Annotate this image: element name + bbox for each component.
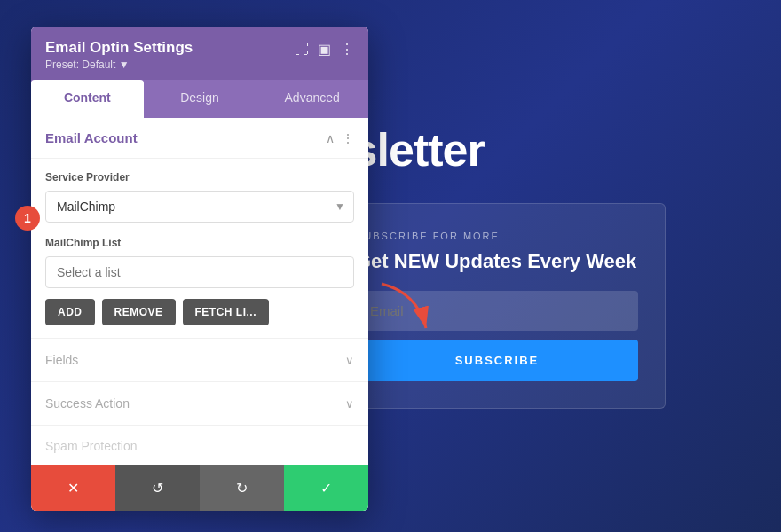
step-badge: 1	[15, 206, 40, 231]
panel-tabs: Content Design Advanced	[31, 80, 368, 118]
tab-advanced[interactable]: Advanced	[256, 80, 368, 118]
fullscreen-icon[interactable]: ⛶	[295, 42, 309, 58]
save-button[interactable]: ✓	[284, 466, 368, 511]
spam-protection-section: Spam Protection	[31, 426, 368, 466]
tab-design[interactable]: Design	[144, 80, 256, 118]
success-action-section[interactable]: Success Action ∨	[31, 382, 368, 426]
subscribe-heading: Get NEW Updates Every Week	[356, 250, 638, 273]
section-header-icons: ∧ ⋮	[326, 131, 354, 145]
panel-footer: ✕ ↺ ↻ ✓	[31, 466, 368, 511]
email-input[interactable]	[356, 291, 638, 331]
service-provider-select[interactable]: MailChimp	[45, 191, 354, 223]
panel-title-area: Email Optin Settings Preset: Default ▼	[45, 39, 193, 71]
tab-content[interactable]: Content	[31, 80, 144, 118]
service-provider-label: Service Provider	[45, 171, 354, 184]
success-action-chevron-icon: ∨	[345, 397, 354, 411]
remove-button[interactable]: REMOVE	[102, 299, 176, 325]
spam-protection-text: Spam Protection	[45, 439, 138, 453]
subscribe-for-more-label: SUBSCRIBE FOR MORE	[356, 231, 638, 241]
mailchimp-list-label: MailChimp List	[45, 237, 354, 249]
fields-chevron-icon: ∨	[345, 354, 354, 367]
panel-title: Email Optin Settings	[45, 39, 193, 57]
panel-header: Email Optin Settings Preset: Default ▼ ⛶…	[31, 27, 368, 80]
fields-section[interactable]: Fields ∨	[31, 339, 368, 382]
panel-body: Email Account ∧ ⋮ Service Provider MailC…	[31, 118, 368, 466]
fetch-list-button[interactable]: FETCH LI...	[183, 299, 270, 325]
settings-panel: Email Optin Settings Preset: Default ▼ ⛶…	[31, 27, 368, 511]
panel-header-icons: ⛶ ▣ ⋮	[295, 41, 354, 58]
success-action-title: Success Action	[45, 396, 130, 411]
service-provider-wrapper: MailChimp ▼	[45, 191, 354, 223]
more-icon[interactable]: ⋮	[340, 41, 354, 58]
add-button[interactable]: ADD	[45, 299, 95, 325]
mailchimp-list-input[interactable]	[45, 256, 354, 288]
section-more-icon[interactable]: ⋮	[342, 131, 354, 145]
action-buttons: ADD REMOVE FETCH LI...	[45, 299, 354, 325]
fields-title: Fields	[45, 353, 78, 367]
cancel-button[interactable]: ✕	[31, 466, 115, 511]
panel-preset[interactable]: Preset: Default ▼	[45, 59, 193, 71]
split-icon[interactable]: ▣	[318, 41, 331, 58]
redo-button[interactable]: ↻	[200, 466, 284, 511]
email-account-title: Email Account	[45, 130, 138, 145]
subscribe-card: SUBSCRIBE FOR MORE Get NEW Updates Every…	[328, 203, 666, 409]
undo-button[interactable]: ↺	[115, 466, 200, 511]
collapse-icon[interactable]: ∧	[326, 131, 335, 145]
email-account-section-header: Email Account ∧ ⋮	[31, 118, 368, 159]
email-account-content: Service Provider MailChimp ▼ MailChimp L…	[31, 159, 368, 339]
subscribe-button[interactable]: SUBSCRIBE	[356, 340, 638, 381]
